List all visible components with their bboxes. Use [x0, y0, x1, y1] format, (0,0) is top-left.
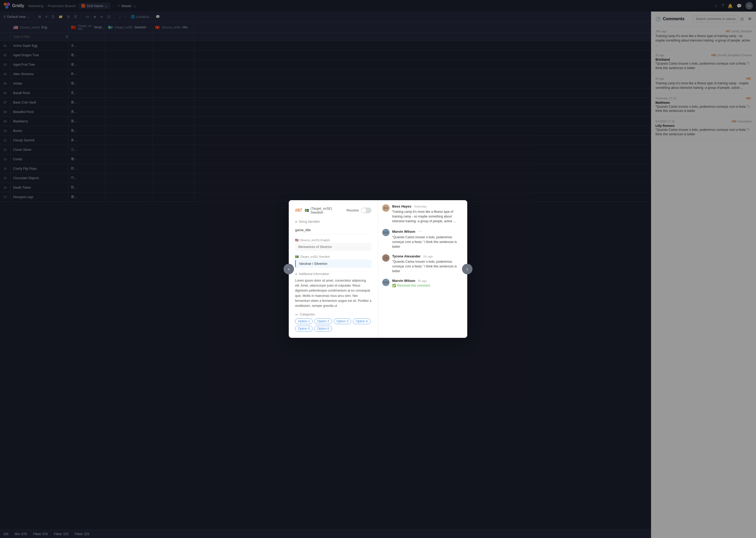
modal-header: #87 🇸🇪 (Target_svSE) Swedish Resolve	[295, 206, 371, 214]
modal-comment-text: "Quando Carlos trouxer o bolo, poderemos…	[392, 259, 463, 273]
category-tag[interactable]: Option 5	[295, 326, 313, 332]
resolve-toggle[interactable]: Resolve	[347, 207, 371, 213]
modal-comment-body: Marvin Wilson ⋯ "Quando Carlos trouxer o…	[392, 229, 463, 249]
resolve-label: Resolve	[347, 208, 359, 212]
categories-label: ≔ Categories	[295, 313, 371, 316]
comment-avatar: TA	[382, 254, 390, 262]
category-tag[interactable]: Option 6	[314, 326, 332, 332]
modal-comment-text: "Quando Carlos trouxer o bolo, poderemos…	[392, 235, 463, 249]
modal-hash: #87	[295, 208, 302, 213]
modal-comment-item: BH Bess Hayes Yesterday Training camp it…	[382, 204, 463, 224]
category-tag[interactable]: Option 2	[314, 318, 332, 324]
modal-comment-item: TA Tyrone Alexander 2m ago "Quando Carlo…	[382, 254, 463, 273]
toggle-knob	[361, 208, 366, 213]
tags-row: Option 1Option 2Option 3Option 4Option 5…	[295, 318, 371, 332]
string-id-value: game_title	[295, 226, 371, 234]
modal-comment-time: 5h ago	[418, 279, 427, 282]
string-id-label: ≡ String Identifier	[295, 220, 371, 224]
info-icon: ≡	[295, 272, 297, 276]
modal-comment-author: Marvin Wilson	[392, 230, 415, 234]
toggle-switch[interactable]	[361, 207, 371, 213]
more-options-btn[interactable]: ⋯	[418, 229, 422, 234]
category-tag[interactable]: Option 1	[295, 318, 313, 324]
modal-wrapper: ‹ #87 🇸🇪 (Target_svSE) Swedish Resolve	[289, 200, 467, 338]
additional-text: Lorem ipsum dolor sit amet, consectetur …	[295, 278, 371, 308]
modal-comment-item: MW Marvin Wilson ⋯ "Quando Carlos trouxe…	[382, 229, 463, 249]
target-lang-label: 🇸🇪 (Target_svSE) Swedish	[295, 255, 371, 258]
source-value: Werewolves of Silverton	[295, 243, 371, 251]
modal-left: #87 🇸🇪 (Target_svSE) Swedish Resolve ≡	[289, 200, 378, 338]
modal-nav-next[interactable]: ›	[462, 264, 473, 274]
modal-comment-body: Marvin Wilson 5h ago ✅ Resolved this com…	[392, 279, 463, 288]
modal-lang: (Target_svSE) Swedish	[310, 206, 344, 214]
check-icon: ✅	[392, 284, 396, 288]
list-icon: ≔	[295, 313, 298, 316]
modal-right: BH Bess Hayes Yesterday Training camp it…	[378, 200, 467, 338]
comment-avatar: MW	[382, 229, 390, 236]
category-tag[interactable]: Option 4	[353, 318, 370, 324]
modal-comment-body: Bess Hayes Yesterday Training camp it's …	[392, 204, 463, 224]
modal-comment-time: Yesterday	[414, 205, 427, 208]
modal-lang-badge: 🇸🇪 (Target_svSE) Swedish	[305, 206, 344, 214]
modal-overlay: ‹ #87 🇸🇪 (Target_svSE) Swedish Resolve	[0, 0, 756, 538]
source-lang-label: 🇺🇸 (Source_enUS) English	[295, 239, 371, 242]
category-tag[interactable]: Option 3	[334, 318, 351, 324]
target-value: Varulvar i Silverton	[295, 259, 371, 268]
menu-icon: ≡	[295, 220, 297, 224]
resolved-badge: ✅ Resolved this comment	[392, 284, 463, 288]
additional-label: ≡ Additional Information	[295, 272, 371, 276]
modal-comment-time: 2m ago	[423, 255, 433, 258]
modal-comment-text: Training camp it's more like a fitness t…	[392, 209, 463, 224]
modal-comment-author: Marvin Wilson	[392, 279, 415, 283]
modal-comment-author: Bess Hayes	[392, 204, 411, 208]
modal-comment-body: Tyrone Alexander 2m ago "Quando Carlos t…	[392, 254, 463, 273]
modal-comment-item: MW Marvin Wilson 5h ago ✅ Resolved this …	[382, 279, 463, 288]
comment-avatar: BH	[382, 204, 390, 212]
modal-nav-prev[interactable]: ‹	[283, 264, 294, 274]
comment-avatar: MW	[382, 279, 390, 286]
target-flag: 🇸🇪	[295, 255, 299, 258]
modal-comments: BH Bess Hayes Yesterday Training camp it…	[378, 200, 467, 338]
modal: #87 🇸🇪 (Target_svSE) Swedish Resolve ≡	[289, 200, 467, 338]
categories-section: ≔ Categories Option 1Option 2Option 3Opt…	[295, 313, 371, 332]
source-flag: 🇺🇸	[295, 239, 299, 242]
modal-comment-author: Tyrone Alexander	[392, 254, 420, 258]
modal-flag: 🇸🇪	[305, 208, 309, 212]
